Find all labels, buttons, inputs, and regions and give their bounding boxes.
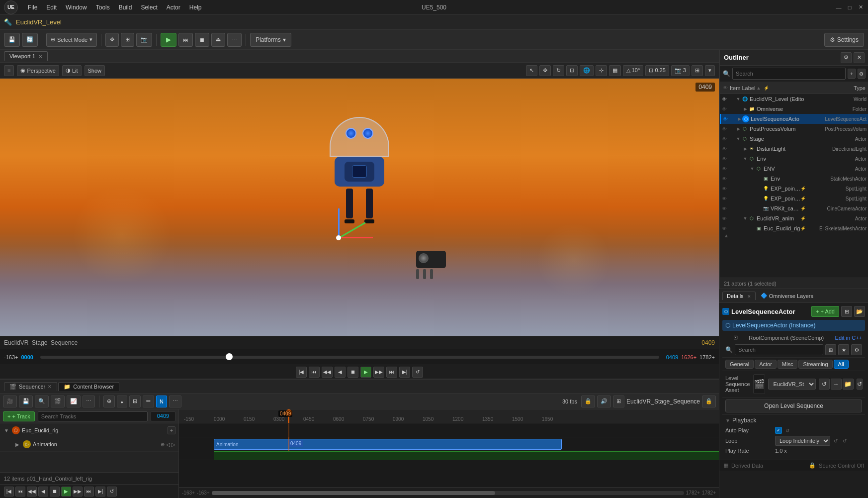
seq-snap-button[interactable]: N bbox=[156, 396, 167, 407]
details-tab[interactable]: Details ✕ bbox=[722, 292, 756, 300]
camera-speed-button[interactable]: 📷 3 bbox=[671, 65, 690, 76]
cat-streaming-button[interactable]: Streaming bbox=[798, 360, 832, 369]
details-copy-button[interactable]: ⊞ bbox=[841, 306, 852, 317]
lit-button[interactable]: ◑ Lit bbox=[62, 65, 82, 76]
seq-loop-button[interactable]: ↺ bbox=[107, 487, 117, 497]
edit-cpp-link[interactable]: Edit in C++ bbox=[835, 335, 862, 341]
save-button[interactable]: 💾 bbox=[4, 33, 20, 47]
eject-button[interactable]: ⏏ bbox=[211, 33, 225, 47]
expand-euclidvr-anim[interactable]: ▼ bbox=[742, 215, 748, 221]
loop-extra[interactable]: ↺ bbox=[841, 437, 848, 444]
sequencer-tab-close[interactable]: ✕ bbox=[48, 384, 52, 389]
eye-levelseq[interactable]: 👁 bbox=[723, 116, 728, 122]
expand-omniverse[interactable]: ▶ bbox=[742, 106, 748, 112]
expand-euc-rig[interactable] bbox=[749, 225, 755, 231]
eye-stage[interactable]: 👁 bbox=[722, 136, 727, 142]
seq-next-key-button[interactable]: ⏭ bbox=[84, 487, 94, 497]
scrubber-track[interactable] bbox=[40, 356, 659, 359]
eye-euclidvr-anim[interactable]: 👁 bbox=[722, 216, 727, 221]
outliner-add-button[interactable]: + bbox=[848, 69, 856, 79]
outliner-settings-button[interactable]: ⚙ bbox=[841, 52, 852, 63]
viewport-options-button[interactable]: ≡ bbox=[4, 65, 14, 76]
rotate-tool-button[interactable]: ↻ bbox=[553, 65, 564, 76]
eye-env[interactable]: 👁 bbox=[722, 156, 727, 162]
viewport-canvas[interactable]: 0409 bbox=[0, 79, 719, 336]
snap-surface-button[interactable]: ⊹ bbox=[596, 65, 607, 76]
move-tool-button[interactable]: ✥ bbox=[539, 65, 551, 76]
perspective-button[interactable]: ◉ Perspective bbox=[17, 65, 59, 76]
menu-tools[interactable]: Tools bbox=[92, 3, 114, 12]
details-filter-button[interactable]: ⚙ bbox=[851, 344, 862, 355]
more-play-button[interactable]: ⋯ bbox=[227, 33, 242, 47]
tree-item-vrkit-cam[interactable]: 👁 📷 VRKit_camer ⚡ CineCameraActor bbox=[720, 203, 868, 213]
expand-env[interactable]: ▼ bbox=[742, 156, 748, 162]
eye-env-mesh[interactable]: 👁 bbox=[722, 176, 727, 182]
loop-select[interactable]: Loop Indefinitely bbox=[775, 436, 830, 446]
seq-audio-button[interactable]: 🔊 bbox=[597, 396, 611, 407]
menu-edit[interactable]: Edit bbox=[42, 3, 61, 12]
settings-button[interactable]: ⚙ Settings bbox=[824, 33, 864, 47]
seq-camera-button[interactable]: 🎥 bbox=[3, 396, 17, 407]
add-track-button[interactable]: + + Track bbox=[3, 411, 35, 421]
minimize-button[interactable]: — bbox=[835, 4, 842, 11]
tree-item-postprocess[interactable]: 👁 ▶ ⬡ PostProcessVolum PostProcessVolum bbox=[720, 124, 868, 134]
seq-stop-button[interactable]: ⏹ bbox=[50, 487, 60, 497]
seq-key-button[interactable]: ⬥ bbox=[117, 396, 127, 407]
close-button[interactable]: ✕ bbox=[857, 4, 864, 11]
details-grid-button[interactable]: ⊞ bbox=[825, 344, 836, 355]
autoplay-reset[interactable]: ↺ bbox=[784, 427, 791, 434]
loop-button[interactable]: ↺ bbox=[412, 367, 423, 378]
sequencer-tab[interactable]: 🎬 Sequencer ✕ bbox=[4, 382, 57, 391]
expand-exp-light-2[interactable] bbox=[756, 196, 762, 201]
eye-ENV[interactable]: 👁 bbox=[722, 166, 727, 172]
eye-exp-light-1[interactable]: 👁 bbox=[722, 186, 727, 192]
tree-item-env-mesh[interactable]: 👁 ▣ Env StaticMeshActor bbox=[720, 174, 868, 184]
prev-frame-button[interactable]: ◀◀ bbox=[322, 367, 333, 378]
maximize-vp-button[interactable]: ⊞ bbox=[692, 65, 703, 76]
seq-more2-button[interactable]: ⋯ bbox=[169, 396, 181, 407]
seq-play-button[interactable]: ▶ bbox=[61, 487, 71, 497]
seq-prev-key-button[interactable]: ⏮ bbox=[15, 487, 25, 497]
tree-item-ENV[interactable]: 👁 ▼ ⬡ ENV Actor bbox=[720, 164, 868, 174]
lsa-extra-button[interactable]: ↺ bbox=[857, 379, 863, 390]
seq-next-frame-button[interactable]: ▶▶ bbox=[73, 487, 83, 497]
lsa-arrow-button[interactable]: → bbox=[831, 379, 842, 390]
seq-find-button[interactable]: 🔍 bbox=[35, 396, 49, 407]
expand-world[interactable]: ▼ bbox=[735, 96, 741, 102]
track-search-input[interactable] bbox=[38, 411, 148, 421]
camera-button[interactable]: 📷 bbox=[136, 33, 152, 47]
select-tool-button[interactable]: ↖ bbox=[526, 65, 537, 76]
scale-tool-button[interactable]: ⊡ bbox=[566, 65, 578, 76]
tree-item-euclidvr-anim[interactable]: 👁 ▼ ⬡ EuclidVR_anim ⚡ Actor bbox=[720, 213, 868, 223]
angle-snap-button[interactable]: △ 10° bbox=[623, 65, 644, 76]
timeline-scroll-handle[interactable] bbox=[212, 491, 495, 495]
details-star-button[interactable]: ★ bbox=[838, 344, 849, 355]
go-start-button[interactable]: |◀ bbox=[296, 367, 307, 378]
tree-item-levelseq[interactable]: 👁 ▶ ⬡ LevelSequenceActo LevelSequenceAct bbox=[720, 114, 868, 124]
play-button[interactable]: ▶ bbox=[161, 33, 176, 47]
scrubber-handle[interactable] bbox=[226, 353, 233, 360]
tree-item-env[interactable]: 👁 ▼ ⬡ Env Actor bbox=[720, 154, 868, 164]
omniverse-layers-tab[interactable]: 🔷 Omniverse Layers bbox=[757, 292, 817, 300]
expand-levelseq[interactable]: ▶ bbox=[736, 116, 742, 122]
expand-distantlight[interactable]: ▶ bbox=[742, 146, 748, 152]
stop-transport-button[interactable]: ⏹ bbox=[347, 367, 358, 378]
grid-button[interactable]: ▦ bbox=[609, 65, 621, 76]
seq-curves-button[interactable]: 📈 bbox=[67, 396, 81, 407]
timeline-scroll[interactable] bbox=[212, 491, 684, 495]
scale-snap-button[interactable]: ⊡ 0.25 bbox=[645, 65, 669, 76]
lsa-browse-button[interactable]: 📁 bbox=[843, 379, 854, 390]
menu-build[interactable]: Build bbox=[115, 3, 136, 12]
tree-item-exp-light-1[interactable]: 👁 💡 EXP_pointLig ⚡ SpotLight bbox=[720, 184, 868, 194]
open-level-sequence-button[interactable]: Open Level Sequence bbox=[725, 399, 862, 412]
viewport-tab-1[interactable]: Viewport 1 ✕ bbox=[4, 51, 48, 61]
menu-window[interactable]: Window bbox=[62, 3, 91, 12]
seq-layout-button[interactable]: ⊞ bbox=[613, 396, 624, 407]
seq-save-button[interactable]: 💾 bbox=[19, 396, 33, 407]
reverse-play-button[interactable]: ◀ bbox=[335, 367, 346, 378]
eye-exp-light-2[interactable]: 👁 bbox=[722, 196, 727, 201]
seq-reverse-button[interactable]: ◀ bbox=[38, 487, 48, 497]
seq-settings-button[interactable]: 🎬 bbox=[51, 396, 65, 407]
details-instance-row[interactable]: ⬡ LevelSequenceActor (Instance) bbox=[722, 320, 865, 331]
maximize-button[interactable]: □ bbox=[846, 4, 853, 11]
